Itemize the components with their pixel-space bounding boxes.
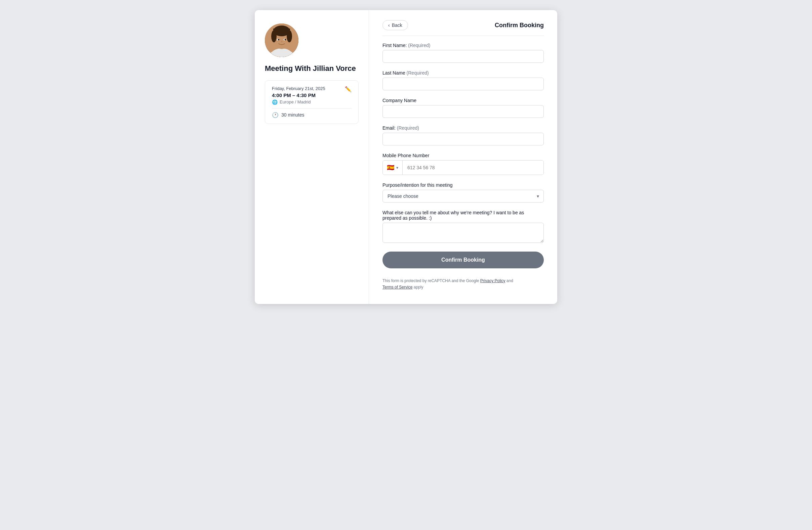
email-group: Email: (Required) bbox=[382, 125, 544, 145]
purpose-group: Purpose/intention for this meeting Pleas… bbox=[382, 182, 544, 203]
company-name-label: Company Name bbox=[382, 98, 544, 103]
about-meeting-input[interactable] bbox=[382, 223, 544, 243]
timezone-row: 🌐 Europe / Madrid bbox=[272, 99, 325, 105]
phone-row: 🇪🇸 ▼ bbox=[382, 160, 544, 175]
svg-rect-8 bbox=[273, 29, 290, 35]
back-chevron-icon: ‹ bbox=[388, 23, 390, 28]
clock-icon: 🕐 bbox=[272, 112, 279, 118]
edit-icon[interactable]: ✏️ bbox=[345, 86, 351, 92]
terms-of-service-link[interactable]: Terms of Service bbox=[382, 285, 412, 290]
company-name-input[interactable] bbox=[382, 105, 544, 118]
phone-input[interactable] bbox=[403, 161, 543, 175]
and-text: and bbox=[507, 278, 513, 283]
date-text: Friday, February 21st, 2025 bbox=[272, 86, 325, 91]
privacy-policy-link[interactable]: Privacy Policy bbox=[480, 278, 506, 283]
timezone-text: Europe / Madrid bbox=[280, 99, 311, 104]
svg-point-11 bbox=[278, 39, 280, 41]
first-name-group: First Name: (Required) bbox=[382, 43, 544, 63]
back-button[interactable]: ‹ Back bbox=[382, 20, 408, 30]
first-name-input[interactable] bbox=[382, 50, 544, 63]
phone-country-selector[interactable]: 🇪🇸 ▼ bbox=[383, 161, 403, 175]
booking-modal: Meeting With Jillian Vorce Friday, Febru… bbox=[255, 10, 557, 304]
company-name-group: Company Name bbox=[382, 98, 544, 118]
recaptcha-notice: This form is protected by reCAPTCHA and … bbox=[382, 278, 544, 291]
last-name-group: Last Name (Required) bbox=[382, 70, 544, 90]
last-name-label: Last Name (Required) bbox=[382, 70, 544, 76]
right-panel: ‹ Back Confirm Booking First Name: (Requ… bbox=[369, 10, 557, 304]
purpose-select[interactable]: Please choose bbox=[382, 190, 544, 203]
email-required: (Required) bbox=[397, 125, 419, 131]
recaptcha-text: This form is protected by reCAPTCHA and … bbox=[382, 278, 479, 283]
about-meeting-label: What else can you tell me about why we'r… bbox=[382, 210, 544, 221]
info-card: Friday, February 21st, 2025 4:00 PM – 4:… bbox=[265, 80, 359, 124]
time-text: 4:00 PM – 4:30 PM bbox=[272, 92, 325, 98]
about-meeting-group: What else can you tell me about why we'r… bbox=[382, 210, 544, 243]
svg-point-12 bbox=[285, 39, 286, 41]
first-name-label: First Name: (Required) bbox=[382, 43, 544, 48]
page-title: Confirm Booking bbox=[495, 22, 544, 29]
last-name-required: (Required) bbox=[407, 70, 429, 76]
avatar bbox=[265, 24, 299, 57]
date-info: Friday, February 21st, 2025 4:00 PM – 4:… bbox=[272, 86, 325, 105]
right-header: ‹ Back Confirm Booking bbox=[382, 20, 544, 36]
email-input[interactable] bbox=[382, 133, 544, 145]
purpose-select-wrapper: Please choose ▾ bbox=[382, 190, 544, 203]
globe-icon: 🌐 bbox=[272, 99, 278, 105]
email-label: Email: (Required) bbox=[382, 125, 544, 131]
left-panel: Meeting With Jillian Vorce Friday, Febru… bbox=[255, 10, 369, 304]
first-name-required: (Required) bbox=[408, 43, 430, 48]
confirm-booking-button[interactable]: Confirm Booking bbox=[382, 252, 544, 268]
spain-flag-icon: 🇪🇸 bbox=[387, 164, 394, 171]
divider bbox=[272, 108, 351, 108]
booking-form: First Name: (Required) Last Name (Requir… bbox=[382, 43, 544, 291]
purpose-label: Purpose/intention for this meeting bbox=[382, 182, 544, 188]
back-label: Back bbox=[392, 23, 402, 28]
phone-label: Mobile Phone Number bbox=[382, 153, 544, 158]
apply-text: apply bbox=[414, 285, 423, 290]
last-name-input[interactable] bbox=[382, 77, 544, 90]
date-row: Friday, February 21st, 2025 4:00 PM – 4:… bbox=[272, 86, 351, 105]
duration-text: 30 minutes bbox=[281, 112, 304, 118]
phone-group: Mobile Phone Number 🇪🇸 ▼ bbox=[382, 153, 544, 175]
meeting-title: Meeting With Jillian Vorce bbox=[265, 64, 356, 74]
flag-chevron-icon: ▼ bbox=[395, 166, 399, 170]
duration-row: 🕐 30 minutes bbox=[272, 112, 351, 118]
